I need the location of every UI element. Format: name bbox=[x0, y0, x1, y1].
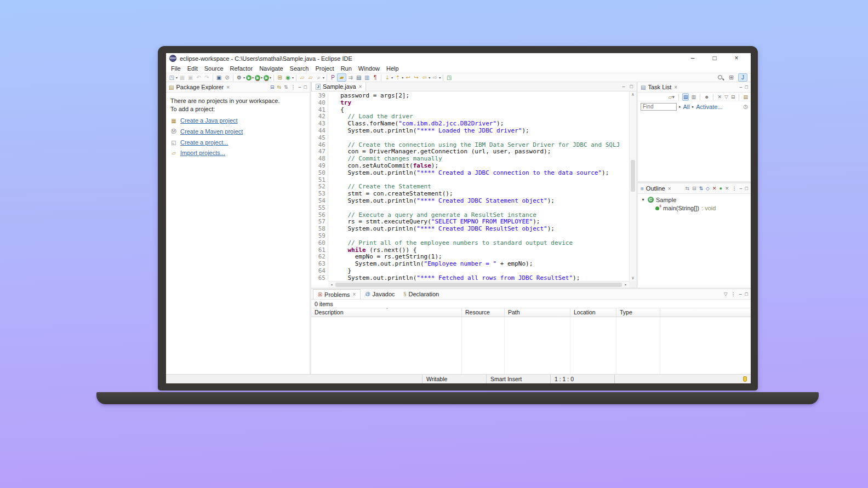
menu-project[interactable]: Project bbox=[312, 65, 337, 72]
outline-minimize-icon[interactable]: – bbox=[740, 186, 743, 191]
outline-method-row[interactable]: s main(String[]) : void bbox=[655, 204, 751, 212]
tab-javadoc[interactable]: @Javadoc bbox=[361, 289, 399, 299]
run-external-tools-icon[interactable]: ▶▾ bbox=[263, 73, 272, 82]
view-menu-icon[interactable]: ⋮ bbox=[731, 291, 736, 297]
hide-fields-icon[interactable]: ◇ bbox=[706, 185, 710, 192]
java-perspective-icon[interactable]: J bbox=[738, 73, 747, 82]
open-console-icon[interactable]: ▣ bbox=[215, 73, 223, 82]
sort-icon[interactable]: ⇅ bbox=[699, 185, 704, 192]
run-icon[interactable]: ▶▾ bbox=[245, 73, 254, 82]
new-snippet-icon[interactable]: ▤ bbox=[355, 73, 363, 82]
menu-run[interactable]: Run bbox=[338, 65, 355, 72]
view-menu-icon[interactable]: ⋮ bbox=[732, 185, 737, 192]
menu-navigate[interactable]: Navigate bbox=[256, 65, 286, 72]
outline-maximize-icon[interactable]: □ bbox=[745, 186, 748, 191]
open-perspective-icon[interactable]: ⊞ bbox=[727, 73, 735, 82]
horizontal-scroll-thumb[interactable] bbox=[335, 283, 622, 287]
package-explorer-title[interactable]: Package Explorer bbox=[176, 84, 224, 90]
minimize-icon[interactable]: – bbox=[299, 84, 301, 90]
editor-maximize-icon[interactable]: □ bbox=[630, 84, 633, 89]
outline-title[interactable]: Outline bbox=[646, 185, 665, 192]
outline-close-icon[interactable]: × bbox=[668, 186, 671, 192]
column-header-type[interactable]: Type bbox=[616, 308, 660, 317]
package-explorer-close-icon[interactable]: × bbox=[226, 84, 230, 90]
group-by-icon[interactable]: ▥ bbox=[690, 94, 696, 100]
minimize-icon[interactable]: – bbox=[739, 291, 742, 297]
create-maven-project-link[interactable]: ⓂCreate a Maven project bbox=[170, 128, 305, 135]
open-resource-icon[interactable]: ▱ bbox=[306, 73, 315, 82]
undo-icon[interactable]: ↶ bbox=[195, 73, 203, 82]
editor-vertical-scrollbar[interactable]: ∧ ∨ bbox=[629, 91, 636, 281]
task-list-close-icon[interactable]: × bbox=[674, 84, 677, 90]
import-projects-link[interactable]: ▱Import projects... bbox=[170, 150, 305, 156]
new-java-class-icon[interactable]: ◉▾ bbox=[284, 73, 294, 82]
search-flashlight-icon[interactable]: ⌕▾ bbox=[315, 73, 325, 82]
collapse-icon[interactable]: ⊟ bbox=[730, 94, 736, 100]
toggle-mark-occurrences-icon[interactable]: ▰ bbox=[337, 73, 346, 82]
code-editor[interactable]: 39 password = args[2];40 try41 {42 // Lo… bbox=[311, 91, 636, 288]
scroll-left-icon[interactable]: ◂ bbox=[328, 282, 335, 287]
new-java-project-icon[interactable]: ⊞ bbox=[276, 73, 284, 82]
editor-tab-sample-java[interactable]: J Sample.java × bbox=[311, 82, 366, 91]
save-all-icon[interactable]: ▣ bbox=[186, 73, 195, 82]
task-list-title[interactable]: Task List bbox=[648, 84, 671, 90]
open-task-icon[interactable]: P bbox=[329, 73, 337, 82]
coverage-icon[interactable]: ▶▾ bbox=[254, 73, 263, 82]
show-source-annotations-icon[interactable]: ▥ bbox=[363, 73, 371, 82]
outline-class-row[interactable]: ▾ C Sample bbox=[641, 196, 751, 204]
filter-icon[interactable]: ▽ bbox=[724, 94, 729, 100]
menu-help[interactable]: Help bbox=[383, 65, 402, 72]
column-header-resource[interactable]: Resource bbox=[462, 308, 505, 317]
create-project-link[interactable]: ◱Create a project... bbox=[170, 139, 305, 146]
vertical-scroll-thumb[interactable] bbox=[631, 160, 635, 192]
search-icon[interactable] bbox=[717, 73, 724, 82]
new-task-icon[interactable]: ▱▾ bbox=[668, 94, 675, 100]
minimize-button[interactable]: – bbox=[682, 53, 704, 64]
collapse-all-icon[interactable]: ⊟ bbox=[692, 185, 696, 192]
link-with-editor-icon[interactable]: ◳ bbox=[445, 73, 453, 82]
link-with-editor-icon[interactable]: ⇆ bbox=[277, 84, 281, 90]
task-find-input[interactable] bbox=[641, 103, 677, 111]
column-header-path[interactable]: Path bbox=[505, 308, 570, 317]
tab-problems[interactable]: ☒Problems× bbox=[313, 289, 361, 299]
next-annotation-icon[interactable]: ⇉ bbox=[346, 73, 355, 82]
task-activate-link[interactable]: Activate... bbox=[696, 104, 722, 110]
maximize-icon[interactable]: □ bbox=[745, 291, 748, 297]
editor-minimize-icon[interactable]: – bbox=[623, 84, 625, 89]
hide-local-types-icon[interactable]: ✕ bbox=[725, 185, 729, 192]
categorized-icon[interactable]: ▤ bbox=[682, 93, 689, 101]
debug-icon[interactable]: ⚙▾ bbox=[235, 73, 245, 82]
tab-problems-close-icon[interactable]: × bbox=[353, 291, 356, 297]
view-menu-icon[interactable]: ⋮ bbox=[291, 84, 296, 90]
task-list-minimize-icon[interactable]: – bbox=[740, 84, 743, 90]
tab-declaration[interactable]: §Declaration bbox=[399, 289, 444, 299]
task-list-maximize-icon[interactable]: □ bbox=[745, 84, 748, 90]
close-button[interactable]: × bbox=[726, 53, 747, 64]
notification-icon[interactable] bbox=[743, 376, 747, 382]
save-icon[interactable]: ▦ bbox=[178, 73, 186, 82]
assigned-to-me-icon[interactable]: ☻ bbox=[704, 94, 710, 100]
menu-source[interactable]: Source bbox=[201, 65, 227, 72]
column-header-location[interactable]: Location bbox=[570, 308, 616, 317]
menu-edit[interactable]: Edit bbox=[184, 65, 201, 72]
link-with-editor-icon[interactable]: ⇆ bbox=[685, 185, 689, 192]
maximize-button[interactable]: □ bbox=[704, 53, 726, 64]
tree-expand-icon[interactable]: ▾ bbox=[641, 197, 646, 202]
new-wizard-icon[interactable]: ◳▾ bbox=[168, 73, 178, 82]
maximize-icon[interactable]: □ bbox=[304, 84, 307, 90]
delete-icon[interactable]: ✕ bbox=[717, 94, 722, 100]
back-history-icon[interactable]: ↩ bbox=[404, 73, 412, 82]
menu-file[interactable]: File bbox=[168, 65, 184, 72]
menu-window[interactable]: Window bbox=[355, 65, 383, 72]
create-java-project-link[interactable]: ▦Create a Java project bbox=[170, 117, 305, 124]
show-public-only-icon[interactable]: ● bbox=[719, 185, 722, 192]
open-type-icon[interactable]: ▱ bbox=[298, 73, 306, 82]
filter-icon[interactable]: ▽ bbox=[724, 291, 728, 297]
task-notes-icon[interactable]: ▤ bbox=[743, 94, 749, 100]
skip-all-breakpoints-icon[interactable]: ⊘ bbox=[223, 73, 231, 82]
hide-static-members-icon[interactable]: ✕ bbox=[712, 185, 717, 192]
scroll-right-icon[interactable]: ▸ bbox=[623, 282, 629, 287]
column-header-description[interactable]: Descriptionˆ bbox=[311, 308, 462, 317]
editor-horizontal-scrollbar[interactable]: ◂ ▸ bbox=[328, 281, 629, 288]
collapse-all-icon[interactable]: ⊟ bbox=[270, 84, 275, 90]
